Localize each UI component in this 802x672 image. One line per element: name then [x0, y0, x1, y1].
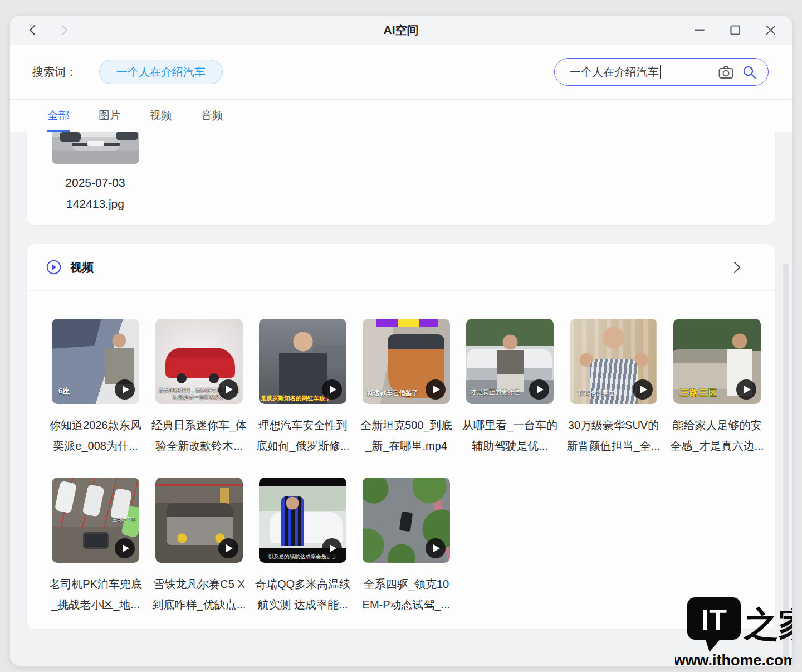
- video-thumbnail[interactable]: 庞大的粉丝群，因为它车身小巧 而且总是有一些特别之处: [155, 319, 243, 404]
- video-title: 能给家人足够的安全感_才是真六边...: [667, 415, 767, 456]
- video-grid-row-1: 6座 你知道2026款东风奕派e_008为什... 庞大的粉丝群，因为它车身小巧…: [27, 291, 775, 456]
- title-bar: AI空间: [10, 16, 792, 45]
- maximize-button[interactable]: [730, 25, 741, 36]
- image-result-filename: 2025-07-03 142413.jpg: [28, 172, 162, 215]
- video-title: 老司机PK泊车兜底_挑战老小区_地...: [46, 574, 145, 615]
- watermark-logo-suffix: 之家: [743, 604, 792, 645]
- video-result[interactable]: 庞大的粉丝群，因为它车身小巧 而且总是有一些特别之处 经典日系迷你车_体验全新改…: [155, 319, 243, 456]
- tab-audio[interactable]: 音频: [201, 100, 223, 132]
- search-icon[interactable]: [742, 65, 757, 82]
- video-thumbnail[interactable]: 才是真正的更舒适: [466, 319, 554, 404]
- video-thumbnail[interactable]: 和我准备要在: [570, 319, 657, 404]
- video-title: 全系四驱_领克10EM-P动态试驾_...: [356, 574, 456, 615]
- video-grid-row-2: 主驾难下车 老司机PK泊车兜底_挑战老小区_地... 雪铁龙凡尔赛C5 X到底咋…: [27, 456, 775, 615]
- video-result[interactable]: 主驾难下车 老司机PK泊车兜底_挑战老小区_地...: [52, 478, 139, 615]
- video-title: 雪铁龙凡尔赛C5 X到底咋样_优缺点...: [149, 574, 249, 615]
- video-result[interactable]: 全系四驱_领克10EM-P动态试驾_...: [363, 478, 450, 615]
- minimize-button[interactable]: [694, 25, 705, 36]
- video-title: 奇瑞QQ多米高温续航实测 达成率能...: [253, 574, 353, 615]
- image-result-thumbnail[interactable]: [52, 132, 139, 164]
- play-button[interactable]: [426, 379, 446, 400]
- video-title: 经典日系迷你车_体验全新改款铃木...: [149, 415, 249, 456]
- video-thumbnail[interactable]: 以及总的续航达成率会是多少: [259, 478, 346, 563]
- tab-all[interactable]: 全部: [47, 100, 70, 132]
- video-title: 30万级豪华SUV的新晋颜值担当_全...: [564, 415, 663, 456]
- search-bar-section: 搜索词： 一个人在介绍汽车 一个人在介绍汽车: [10, 45, 792, 99]
- video-result[interactable]: 就这款车它借鉴了 全新坦克500_到底_新_在哪里.mp4: [363, 319, 450, 456]
- watermark-logo-text: IT: [701, 603, 727, 636]
- image-results-card: 2025-07-03 142413.jpg: [26, 132, 776, 226]
- back-button[interactable]: [27, 24, 39, 36]
- video-results-card: 视频 6座 你知道2026款东风奕派e_008为什...: [26, 244, 776, 630]
- play-button[interactable]: [529, 379, 549, 400]
- video-section-header: 视频: [27, 244, 775, 291]
- video-result[interactable]: 和我准备要在 30万级豪华SUV的新晋颜值担当_全...: [570, 319, 657, 456]
- video-thumbnail[interactable]: [155, 478, 243, 563]
- video-result[interactable]: 才是真正的更舒适 从哪里看_一台车的辅助驾驶是优...: [466, 319, 554, 456]
- thumbnail-overlay-text: 和我准备要在: [578, 389, 614, 397]
- video-result[interactable]: 6座 你知道2026款东风奕派e_008为什...: [52, 319, 139, 456]
- video-thumbnail[interactable]: 主驾难下车: [52, 478, 139, 563]
- video-result[interactable]: 以及总的续航达成率会是多少 奇瑞QQ多米高温续航实测 达成率能...: [259, 478, 346, 615]
- text-caret: [660, 65, 661, 79]
- play-button[interactable]: [115, 379, 135, 400]
- search-input-value: 一个人在介绍汽车: [570, 65, 659, 80]
- app-window: AI空间 搜索词： 一个人在介绍汽车 一个人在介绍汽车: [10, 16, 792, 666]
- play-button[interactable]: [218, 538, 238, 558]
- camera-search-icon[interactable]: [718, 65, 733, 82]
- video-title: 你知道2026款东风奕派e_008为什...: [46, 415, 145, 456]
- video-result[interactable]: 三路三区 能给家人足够的安全感_才是真六边...: [673, 319, 761, 456]
- result-tabs: 全部 图片 视频 音频: [10, 99, 792, 132]
- play-button[interactable]: [736, 379, 756, 400]
- thumbnail-overlay-text: 主驾难下车: [113, 517, 136, 523]
- thumbnail-overlay-text: 才是真正的更舒适: [471, 388, 520, 396]
- search-input[interactable]: 一个人在介绍汽车: [554, 58, 769, 86]
- video-thumbnail[interactable]: 6座: [52, 319, 139, 404]
- tab-videos[interactable]: 视频: [150, 100, 172, 132]
- results-scroll-area[interactable]: 2025-07-03 142413.jpg 视频 6座: [10, 132, 792, 666]
- window-title: AI空间: [10, 22, 792, 38]
- thumbnail-figure: [281, 496, 304, 546]
- close-icon: [766, 25, 776, 35]
- video-result[interactable]: 雪铁龙凡尔赛C5 X到底咋样_优缺点...: [155, 478, 243, 615]
- video-thumbnail[interactable]: 就这款车它借鉴了: [363, 319, 450, 404]
- video-result[interactable]: 是俄罗斯知名的网红车贩子 理想汽车安全性到底如何_俄罗斯修...: [259, 319, 346, 456]
- search-term-label: 搜索词：: [32, 65, 77, 80]
- watermark-url: www.ithome.com: [675, 652, 792, 669]
- maximize-icon: [730, 25, 740, 35]
- video-thumbnail[interactable]: 三路三区: [673, 319, 761, 404]
- close-button[interactable]: [765, 25, 776, 36]
- video-title: 全新坦克500_到底_新_在哪里.mp4: [356, 415, 456, 456]
- play-button[interactable]: [218, 379, 238, 400]
- video-title: 从哪里看_一台车的辅助驾驶是优...: [460, 415, 560, 456]
- play-button[interactable]: [322, 379, 342, 400]
- video-thumbnail[interactable]: [363, 478, 450, 563]
- ithome-watermark: IT 之家 www.ithome.com: [675, 596, 792, 670]
- video-section-more-button[interactable]: [732, 261, 742, 276]
- video-section-title: 视频: [70, 260, 94, 275]
- play-button[interactable]: [633, 379, 653, 400]
- forward-button[interactable]: [58, 24, 70, 36]
- video-title: 理想汽车安全性到底如何_俄罗斯修...: [253, 415, 353, 456]
- thumbnail-overlay-text: 就这款车它借鉴了: [367, 389, 418, 397]
- chevron-left-icon: [27, 24, 39, 36]
- chevron-right-icon: [732, 261, 742, 274]
- video-thumbnail[interactable]: 是俄罗斯知名的网红车贩子: [259, 319, 346, 404]
- play-button[interactable]: [322, 538, 342, 558]
- thumbnail-overlay-text: 6座: [58, 386, 70, 396]
- thumbnail-overlay-text: 三路三区: [680, 388, 718, 398]
- play-circle-icon: [46, 260, 61, 275]
- tab-images[interactable]: 图片: [99, 100, 121, 132]
- search-keyword-pill[interactable]: 一个人在介绍汽车: [99, 60, 223, 84]
- chevron-right-icon: [58, 24, 70, 36]
- play-button[interactable]: [426, 538, 446, 558]
- play-button[interactable]: [115, 538, 135, 558]
- minimize-icon: [695, 28, 705, 32]
